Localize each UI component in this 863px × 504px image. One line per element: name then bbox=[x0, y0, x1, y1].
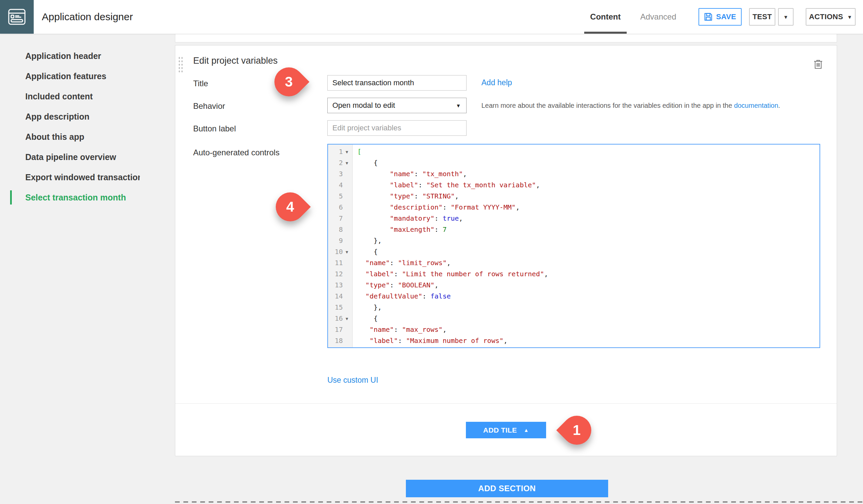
annotation-number: 1 bbox=[573, 422, 580, 438]
code-line: 2▾ { bbox=[328, 157, 820, 168]
fold-arrow-icon bbox=[343, 235, 351, 246]
add-help-link[interactable]: Add help bbox=[481, 78, 512, 87]
button-label-field-label: Button label bbox=[193, 124, 236, 133]
test-button-label: TEST bbox=[752, 12, 772, 21]
annotation-marker-1: 1 bbox=[562, 416, 591, 445]
code-line: 9 }, bbox=[328, 235, 820, 246]
fold-arrow-icon bbox=[343, 335, 351, 346]
code-line: 1▾[ bbox=[328, 146, 820, 157]
code-line: 5 "type": "STRING", bbox=[328, 191, 820, 202]
fold-arrow-icon bbox=[343, 346, 351, 348]
sidebar-item-export-windowed-transaction[interactable]: Export windowed transaction bbox=[0, 167, 175, 187]
code-line: 3 "name": "tx_month", bbox=[328, 168, 820, 180]
fold-arrow-icon bbox=[343, 302, 351, 313]
code-lines: 1▾[2▾ {3 "name": "tx_month",4 "label": "… bbox=[328, 146, 820, 348]
annotation-marker-3: 3 bbox=[274, 67, 303, 96]
sidebar-item-label: App description bbox=[25, 112, 140, 121]
tile-drag-handle-icon[interactable] bbox=[178, 56, 183, 73]
code-line: 18 "label": "Maximum number of rows", bbox=[328, 335, 820, 346]
fold-arrow-icon[interactable]: ▾ bbox=[343, 246, 351, 257]
annotation-balloon: 1 bbox=[556, 410, 597, 451]
floppy-disk-icon bbox=[704, 12, 713, 21]
annotation-balloon: 4 bbox=[270, 186, 311, 228]
chevron-down-icon: ▼ bbox=[847, 14, 852, 20]
fold-arrow-icon bbox=[343, 168, 351, 180]
fold-arrow-icon bbox=[343, 180, 351, 191]
previous-tile-bottom-edge bbox=[175, 34, 837, 42]
behavior-select[interactable]: Open modal to edit ▼ bbox=[327, 98, 466, 113]
sidebar-item-select-transaction-month[interactable]: Select transaction month bbox=[0, 187, 175, 208]
content-sidebar: Application headerApplication featuresIn… bbox=[0, 34, 175, 504]
tab-content-label: Content bbox=[590, 12, 621, 22]
save-button[interactable]: SAVE bbox=[699, 8, 742, 26]
code-line: 10▾ { bbox=[328, 246, 820, 257]
fold-arrow-icon bbox=[343, 257, 351, 269]
code-line: 16▾ { bbox=[328, 313, 820, 324]
tab-advanced-label: Advanced bbox=[640, 12, 676, 22]
sidebar-item-included-content[interactable]: Included content bbox=[0, 86, 175, 106]
sidebar-item-about-this-app[interactable]: About this app bbox=[0, 127, 175, 147]
sidebar-item-application-header[interactable]: Application header bbox=[0, 46, 175, 66]
chevron-down-icon: ▼ bbox=[456, 103, 461, 108]
title-field-label: Title bbox=[193, 79, 208, 88]
code-line: 4 "label": "Set the tx_month variable", bbox=[328, 180, 820, 191]
fold-arrow-icon[interactable]: ▾ bbox=[343, 157, 351, 168]
code-line: 12 "label": "Limit the number of rows re… bbox=[328, 269, 820, 280]
chevron-up-icon: ▲ bbox=[524, 427, 529, 433]
fold-arrow-icon bbox=[343, 269, 351, 280]
documentation-link[interactable]: documentation bbox=[734, 102, 778, 109]
sidebar-item-data-pipeline-overview[interactable]: Data pipeline overview bbox=[0, 147, 175, 167]
fold-arrow-icon bbox=[343, 213, 351, 224]
code-line: 17 "name": "max_rows", bbox=[328, 324, 820, 335]
use-custom-ui-link[interactable]: Use custom UI bbox=[327, 376, 378, 385]
sidebar-item-list: Application headerApplication featuresIn… bbox=[0, 34, 175, 208]
chevron-down-icon: ▼ bbox=[783, 14, 788, 20]
button-label-input[interactable] bbox=[327, 120, 466, 136]
add-section-button[interactable]: ADD SECTION bbox=[406, 480, 608, 497]
tile-heading: Edit project variables bbox=[193, 55, 278, 66]
code-line: 8 "maxLength": 7 bbox=[328, 224, 820, 235]
sidebar-item-app-description[interactable]: App description bbox=[0, 106, 175, 127]
behavior-field-label: Behavior bbox=[193, 101, 225, 111]
sidebar-item-label: Application header bbox=[25, 51, 140, 61]
trash-icon bbox=[813, 59, 823, 70]
test-button[interactable]: TEST bbox=[749, 8, 775, 26]
edit-project-variables-tile: Edit project variables Title Add help Be… bbox=[175, 45, 837, 456]
actions-button-label: ACTIONS bbox=[809, 12, 843, 21]
actions-button[interactable]: ACTIONS ▼ bbox=[806, 8, 855, 26]
fold-arrow-icon[interactable]: ▾ bbox=[343, 146, 351, 157]
tab-content[interactable]: Content bbox=[590, 0, 621, 34]
fold-arrow-icon bbox=[343, 324, 351, 335]
code-line: 6 "description": "Format YYYY-MM", bbox=[328, 202, 820, 213]
fold-arrow-icon bbox=[343, 191, 351, 202]
fold-arrow-icon bbox=[343, 224, 351, 235]
page-title: Application designer bbox=[42, 0, 133, 34]
application-designer-icon bbox=[0, 0, 34, 34]
behavior-selected-value: Open modal to edit bbox=[333, 101, 395, 110]
sidebar-item-label: Select transaction month bbox=[25, 193, 140, 203]
fold-arrow-icon[interactable]: ▾ bbox=[343, 313, 351, 324]
test-dropdown-button[interactable]: ▼ bbox=[778, 8, 793, 26]
code-line: 11 "name": "limit_rows", bbox=[328, 257, 820, 269]
code-line: 14 "defaultValue": false bbox=[328, 291, 820, 302]
sidebar-item-application-features[interactable]: Application features bbox=[0, 66, 175, 86]
tab-advanced[interactable]: Advanced bbox=[640, 0, 676, 34]
fold-arrow-icon bbox=[343, 291, 351, 302]
code-line: 13 "type": "BOOLEAN", bbox=[328, 280, 820, 291]
sidebar-item-label: Export windowed transaction bbox=[25, 172, 140, 182]
fold-arrow-icon bbox=[343, 280, 351, 291]
sidebar-item-label: Included content bbox=[25, 92, 140, 101]
header-controls: Content Advanced SAVE TEST ▼ ACTIONS ▼ bbox=[590, 0, 855, 34]
auto-generated-controls-code-editor[interactable]: 1▾[2▾ {3 "name": "tx_month",4 "label": "… bbox=[327, 144, 820, 348]
add-tile-button-label: ADD TILE bbox=[483, 426, 517, 434]
code-line: 15 }, bbox=[328, 302, 820, 313]
title-input[interactable] bbox=[327, 75, 466, 91]
add-tile-button[interactable]: ADD TILE ▲ bbox=[466, 422, 546, 438]
code-line: 7 "mandatory": true, bbox=[328, 213, 820, 224]
annotation-marker-4: 4 bbox=[276, 192, 305, 221]
delete-tile-button[interactable] bbox=[812, 58, 824, 70]
controls-field-label: Auto-generated controls bbox=[193, 148, 279, 157]
section-drop-placeholder bbox=[175, 501, 863, 503]
add-section-button-label: ADD SECTION bbox=[478, 484, 536, 493]
annotation-number: 4 bbox=[286, 199, 294, 215]
